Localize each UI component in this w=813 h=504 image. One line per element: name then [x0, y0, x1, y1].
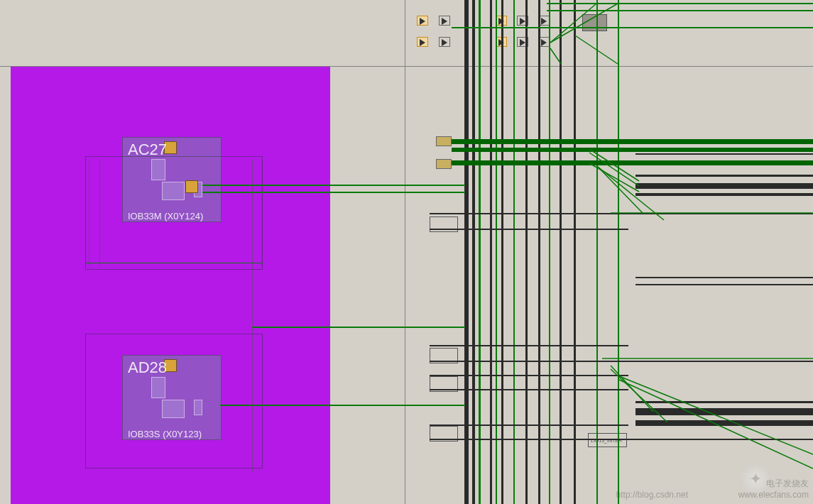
- svg-line-6: [589, 163, 639, 192]
- routing-overlay: [0, 0, 813, 504]
- svg-line-14: [619, 380, 813, 469]
- watermark: 电子发烧友 www.elecfans.com http://blog.csdn.…: [738, 478, 809, 500]
- svg-line-4: [589, 149, 639, 181]
- svg-line-8: [598, 167, 664, 220]
- svg-line-2: [550, 48, 561, 64]
- watermark-text: http://blog.csdn.net: [616, 490, 688, 500]
- svg-line-5: [589, 153, 639, 186]
- device-view-canvas[interactable]: AC27 IOB33M (X0Y124) AD28 IOB33S (X0Y123…: [0, 0, 813, 504]
- svg-line-3: [575, 35, 618, 64]
- watermark-text: 电子发烧友: [738, 478, 809, 490]
- svg-line-1: [550, 4, 618, 43]
- svg-line-0: [550, 4, 596, 43]
- svg-line-12: [611, 369, 667, 422]
- watermark-text: www.elecfans.com: [738, 490, 809, 500]
- svg-line-13: [619, 376, 813, 454]
